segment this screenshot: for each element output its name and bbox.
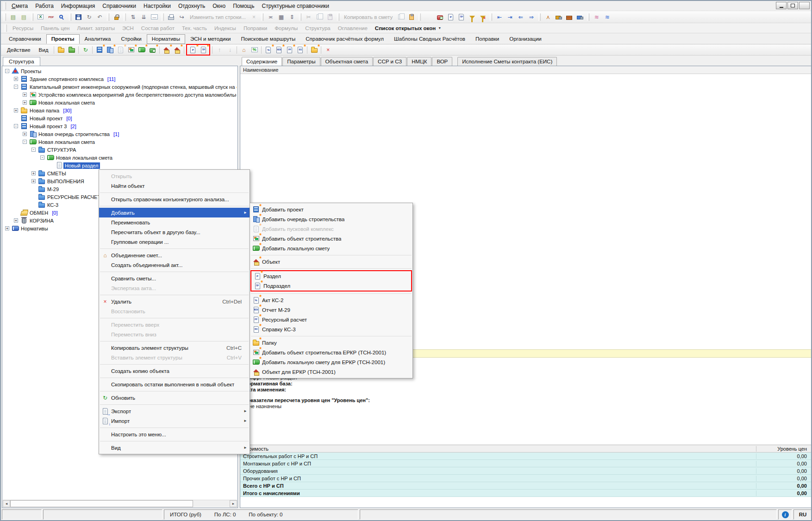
menubar-item[interactable]: Настройки — [140, 2, 175, 10]
tree-horizontal-scrollbar[interactable]: ◄ ► — [3, 500, 237, 507]
tree-expander[interactable]: + — [23, 100, 27, 105]
context-menu-item[interactable]: Экспертиза акта... — [99, 283, 250, 293]
workspace-tab[interactable]: Поисковые маршруты — [236, 34, 300, 44]
copy-estimate-button[interactable] — [395, 12, 406, 22]
panel-toggle[interactable]: Тех. часть — [178, 25, 211, 31]
filter-clear-button[interactable] — [477, 12, 488, 22]
tree-item[interactable]: -СТРУКТУРА — [3, 146, 237, 154]
content-tab[interactable]: Объектная смета — [321, 57, 373, 66]
workspace-tab[interactable]: Организации — [504, 34, 547, 44]
workspace-tab[interactable]: Поправки — [470, 34, 504, 44]
tree-item[interactable]: +Здание спортивного комплекса[11] — [3, 75, 237, 83]
content-tab[interactable]: ВОР — [432, 57, 452, 66]
print-button[interactable] — [166, 12, 176, 22]
scroll-left-button[interactable]: ◄ — [3, 500, 10, 507]
sort-button[interactable]: ⇕ — [287, 12, 297, 22]
menubar-item[interactable]: Справочники — [99, 2, 140, 10]
close-button[interactable] — [799, 2, 810, 9]
submenu-item[interactable]: ПР*Подраздел — [251, 281, 411, 291]
scrollbar-thumb[interactable] — [10, 500, 193, 507]
add-launch-complex-button[interactable]: * — [115, 45, 126, 55]
scroll-right-button[interactable]: ► — [230, 500, 237, 507]
indent-button[interactable]: ⇒ — [526, 12, 537, 22]
context-menu-item[interactable]: Переименовать — [99, 217, 250, 227]
submenu-item[interactable]: *Добавить очередь строительства — [250, 214, 412, 224]
workspace-tab[interactable]: Аналитика — [80, 34, 116, 44]
submenu-item[interactable]: *Добавить локальную смету — [250, 243, 412, 253]
panel-toggle[interactable]: Формулы — [271, 25, 301, 31]
tree-item[interactable]: +Новый раздел — [3, 161, 237, 169]
lock-button[interactable] — [111, 12, 122, 22]
comment-button[interactable]: … — [149, 12, 160, 22]
tree-item[interactable]: -Новая локальная смета — [3, 154, 237, 161]
submenu-item[interactable]: РР*Ресурсный расчет — [250, 315, 412, 324]
panel-toggle[interactable]: Панель цен — [37, 25, 73, 31]
abacus-button[interactable]: ≍ — [265, 12, 276, 22]
context-menu-item[interactable]: Добавить► — [99, 208, 250, 217]
reload-button[interactable]: ↻ — [84, 12, 94, 22]
submenu-item[interactable]: Р*Раздел — [251, 271, 411, 281]
tree-expander[interactable]: + — [23, 93, 27, 97]
add-queue-button[interactable]: * — [105, 45, 115, 55]
language-indicator[interactable]: RU — [793, 509, 812, 520]
add-section-button[interactable]: Р* — [187, 45, 198, 55]
context-menu-item[interactable]: Пересчитать объект в другую базу... — [99, 227, 250, 237]
undo-button[interactable]: ↶ — [94, 12, 105, 22]
tree-item[interactable]: -Капитальный ремонт инженерных сооружени… — [3, 83, 237, 91]
row-settings-button[interactable]: ▦ — [276, 12, 287, 22]
context-menu-item[interactable]: Переместить вниз — [99, 329, 250, 339]
tree-item[interactable]: -Новый проект 3[2] — [3, 122, 237, 130]
minimize-button[interactable] — [776, 2, 787, 9]
panel-toggle[interactable]: Оглавление — [334, 25, 371, 31]
info-icon[interactable]: i — [782, 511, 789, 518]
tree-item[interactable]: +Устройство комплекса мероприятий для бе… — [3, 91, 237, 99]
menubar-item[interactable]: Структурные справочники — [258, 2, 333, 10]
context-menu-item[interactable]: Создать копию объекта — [99, 366, 250, 376]
menubar-item[interactable]: Окно — [209, 2, 229, 10]
submenu-item[interactable]: *Добавить проект — [250, 205, 412, 214]
content-tab[interactable]: Исполнение Сметы контракта (ЕИС) — [457, 57, 557, 66]
refresh-button[interactable]: ↻ — [80, 45, 91, 55]
submenu-item[interactable]: М29*Отчет М-29 — [250, 305, 412, 315]
materials-button[interactable] — [564, 12, 575, 22]
tab-structure[interactable]: Структура — [3, 57, 40, 66]
submenu-item[interactable]: Объект для ЕРКР (ТСН-2001) — [250, 367, 412, 377]
pdf-button[interactable]: PDF — [46, 12, 56, 22]
indent-last-button[interactable]: ⇥ — [505, 12, 515, 22]
add-construction-object-button[interactable]: * — [126, 45, 137, 55]
context-menu-item[interactable]: Открыть — [99, 171, 250, 181]
panel-list-add-button[interactable]: ▤ — [19, 12, 29, 22]
paste-estimate-button[interactable] — [406, 12, 417, 22]
actionbar-menu[interactable]: Вид — [35, 46, 53, 54]
context-menu-item[interactable]: Переместить вверх — [99, 320, 250, 329]
context-menu-item[interactable]: Открыть справочник конъюнктурного анализ… — [99, 194, 250, 204]
add-object-button[interactable]: * — [161, 45, 172, 55]
actionbar-menu[interactable]: Действие — [3, 46, 35, 54]
tree-expander[interactable]: + — [5, 226, 9, 230]
workspace-tab[interactable]: Справочник расчётных формул — [300, 34, 389, 44]
filter-button[interactable] — [467, 12, 477, 22]
workspace-tab[interactable]: Стройки — [116, 34, 147, 44]
cut-button[interactable]: ✂ — [303, 12, 314, 22]
tree-expander[interactable]: - — [14, 124, 18, 128]
section-page-button[interactable]: Р — [445, 12, 456, 22]
context-menu-item[interactable]: ×УдалитьCtrl+Del — [99, 297, 250, 306]
tree-item[interactable]: -Новая локальная смета — [3, 138, 237, 146]
submenu-item[interactable]: *Добавить объект строительства — [250, 234, 412, 243]
menubar-item[interactable]: Отдохнуть — [175, 2, 209, 10]
tree-expander[interactable]: + — [31, 171, 36, 175]
tree-item[interactable]: +Новая локальная смета — [3, 99, 237, 106]
add-project-button[interactable]: * — [94, 45, 105, 55]
context-menu-item[interactable]: Групповые операции ... — [99, 237, 250, 247]
add-folder-button[interactable]: * — [309, 45, 319, 55]
tree-item[interactable]: -Проекты — [3, 67, 237, 75]
copy-button[interactable] — [314, 12, 325, 22]
open-windows-button[interactable]: Список открытых окон▼ — [371, 25, 445, 31]
report-m29-button[interactable]: М29* — [274, 45, 284, 55]
add-wallet-button[interactable]: * — [147, 45, 158, 55]
workspace-tab[interactable]: Справочники — [4, 34, 46, 44]
tree-expander[interactable]: - — [23, 140, 27, 144]
outdent-button[interactable]: ⇐ — [515, 12, 526, 22]
tree-expander[interactable]: + — [31, 179, 36, 183]
context-menu-item[interactable]: ↓Импорт► — [99, 416, 250, 426]
